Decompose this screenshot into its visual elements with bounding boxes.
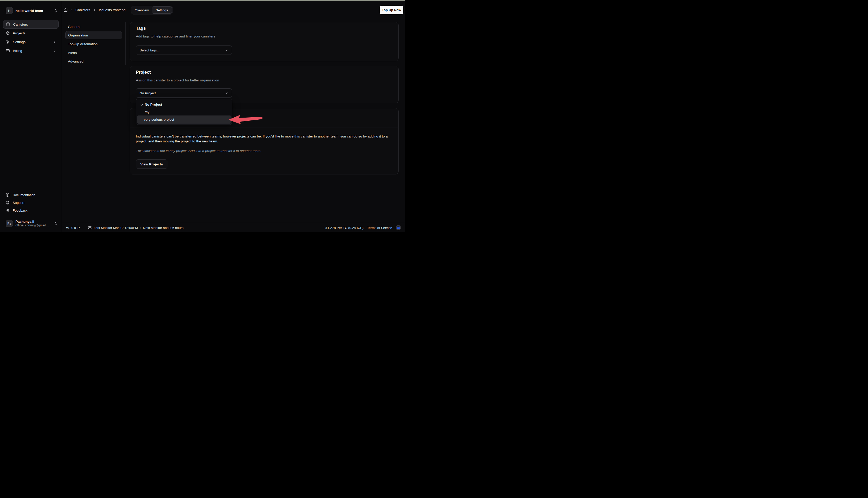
tags-card-title: Tags (136, 26, 146, 31)
tc-price: $1.278 Per TC (0.24 ICP) (325, 226, 363, 230)
app-root: H hello world team Canisters Projects Se… (0, 0, 405, 232)
project-select[interactable]: No Project (136, 88, 232, 98)
book-open-icon (6, 193, 10, 197)
footer-item-label: Feedback (13, 209, 27, 212)
cycleops-logo (396, 225, 401, 230)
canister-icon (6, 22, 10, 26)
project-dropdown-menu: No Project my very serious project (136, 99, 232, 125)
sidebar-item-canisters[interactable]: Canisters (3, 20, 59, 29)
gear-icon (6, 40, 10, 44)
user-menu[interactable]: Pa Pashunya II official.chorniy@gmail...… (3, 218, 59, 229)
transfer-paragraph: Individual canisters can't be transferre… (136, 134, 392, 144)
sidebar-item-feedback[interactable]: Feedback (3, 207, 59, 214)
tags-card: Tags Add tags to help categorize and fil… (130, 22, 399, 61)
terms-of-service-link[interactable]: Terms of Service (367, 226, 392, 230)
settings-nav-top-up-automation[interactable]: Top-Up Automation (65, 40, 122, 48)
home-icon[interactable] (64, 8, 68, 12)
subnav-divider (125, 22, 125, 65)
team-avatar: H (6, 7, 13, 14)
sidebar-item-label: Canisters (13, 23, 28, 26)
status-bar: ∞ 0 ICP Last Monitor Mar 12 12:00PM / Ne… (62, 223, 405, 232)
tags-card-subtitle: Add tags to help categorize and filter y… (136, 34, 215, 39)
life-buoy-icon (6, 201, 10, 205)
chevron-right-icon (94, 9, 96, 11)
view-projects-button[interactable]: View Projects (136, 159, 168, 169)
sidebar-item-billing[interactable]: Billing (3, 46, 59, 55)
team-name: hello world team (15, 9, 51, 13)
menu-option-my[interactable]: my (137, 108, 231, 115)
project-select-value: No Project (139, 91, 225, 95)
top-up-now-button[interactable]: Top Up Now (380, 6, 403, 14)
chevrons-up-down-icon (54, 222, 57, 226)
sidebar-item-label: Projects (13, 31, 26, 35)
settings-nav-alerts[interactable]: Alerts (65, 49, 122, 56)
team-switcher[interactable]: H hello world team (3, 6, 59, 15)
project-card: Project Assign this canister to a projec… (130, 66, 399, 103)
tags-select-placeholder: Select tags... (139, 48, 225, 52)
user-avatar: Pa (6, 220, 13, 227)
sidebar-item-support[interactable]: Support (3, 199, 59, 207)
menu-option-label: my (145, 110, 149, 114)
monitor-separator: / (140, 226, 141, 230)
chevron-right-icon (53, 41, 56, 43)
user-email: official.chorniy@gmail.... (15, 224, 51, 227)
sidebar-item-projects[interactable]: Projects (3, 29, 59, 38)
menu-option-label: No Project (145, 103, 162, 106)
footer-item-label: Documentation (13, 193, 35, 197)
settings-nav-advanced[interactable]: Advanced (65, 57, 122, 65)
user-name: Pashunya II (15, 220, 51, 224)
project-card-title: Project (136, 69, 151, 75)
tab-overview[interactable]: Overview (132, 6, 152, 14)
project-card-subtitle: Assign this canister to a project for be… (136, 78, 219, 83)
user-avatar-initials: Pa (8, 222, 11, 225)
sidebar: H hello world team Canisters Projects Se… (0, 1, 62, 232)
transfer-card-divider (130, 127, 398, 128)
sidebar-item-label: Billing (13, 49, 22, 53)
team-avatar-initial: H (8, 9, 10, 13)
chevron-right-icon (70, 9, 72, 11)
breadcrumb-canister-name: icquests frontend (99, 8, 125, 12)
tags-select[interactable]: Select tags... (136, 45, 232, 55)
cube-icon (6, 31, 10, 35)
sidebar-item-documentation[interactable]: Documentation (3, 191, 59, 199)
menu-option-label: very serious project (144, 118, 174, 121)
infinity-icon: ∞ (66, 226, 69, 230)
menu-option-no-project[interactable]: No Project (137, 101, 231, 108)
settings-nav-general[interactable]: General (65, 23, 122, 30)
chevron-down-icon (225, 91, 228, 95)
footer-item-label: Support (13, 201, 25, 205)
chevron-down-icon (225, 49, 228, 52)
tab-settings[interactable]: Settings (152, 6, 172, 14)
credit-card-icon (6, 49, 10, 53)
last-monitor: Last Monitor Mar 12 12:00PM (94, 226, 138, 230)
menu-option-very-serious-project[interactable]: very serious project (137, 116, 231, 123)
sidebar-item-label: Settings (13, 40, 26, 44)
chevrons-up-down-icon (54, 9, 57, 13)
canister-tabs: Overview Settings (131, 6, 173, 14)
breadcrumb-canisters[interactable]: Canisters (76, 8, 90, 12)
transfer-note: This canister is not in any project. Add… (136, 149, 392, 153)
next-monitor: Next Monitor about 6 hours (143, 226, 184, 230)
check-icon (139, 103, 145, 106)
send-icon (6, 209, 10, 212)
chevron-right-icon (53, 49, 56, 52)
server-icon (88, 226, 92, 230)
icp-balance: 0 ICP (71, 226, 80, 230)
sidebar-item-settings[interactable]: Settings (3, 38, 59, 46)
settings-nav-organization[interactable]: Organization (65, 31, 122, 39)
